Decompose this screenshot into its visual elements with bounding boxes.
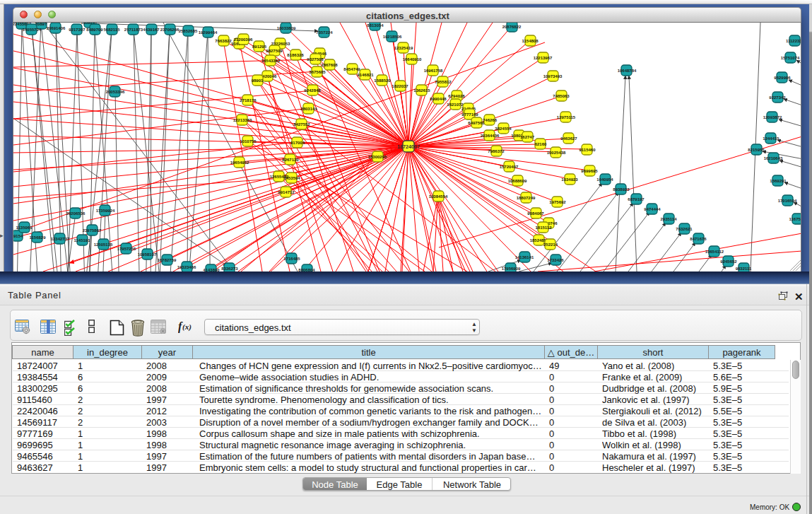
svg-text:2867608: 2867608: [321, 63, 338, 67]
svg-text:1822037: 1822037: [392, 84, 408, 88]
svg-text:23975867: 23975867: [83, 228, 102, 233]
svg-text:1034923: 1034923: [561, 177, 578, 182]
svg-text:9699695: 9699695: [581, 169, 598, 173]
svg-text:10648784: 10648784: [618, 69, 637, 73]
svg-text:1716485: 1716485: [283, 257, 300, 261]
svg-text:1588520: 1588520: [374, 78, 391, 83]
svg-text:10973493: 10973493: [543, 74, 563, 78]
svg-text:1733426: 1733426: [547, 258, 564, 262]
svg-text:17956909: 17956909: [502, 267, 521, 271]
svg-text:8938923: 8938923: [613, 187, 630, 192]
svg-text:1815112: 1815112: [535, 226, 552, 230]
svg-text:16210643: 16210643: [764, 156, 783, 160]
svg-text:19654952: 19654952: [230, 160, 249, 165]
svg-text:10323466: 10323466: [177, 265, 196, 269]
svg-text:7986372: 7986372: [488, 149, 505, 153]
svg-text:9146821: 9146821: [357, 73, 374, 77]
svg-text:9327508: 9327508: [307, 57, 324, 62]
svg-text:252214: 252214: [543, 243, 558, 247]
svg-text:10688609: 10688609: [508, 179, 527, 183]
svg-text:1135061: 1135061: [16, 226, 33, 230]
svg-text:8489709: 8489709: [86, 28, 103, 32]
svg-text:19218506: 19218506: [383, 35, 402, 39]
svg-text:10654112: 10654112: [705, 250, 724, 254]
svg-text:20876822: 20876822: [502, 25, 522, 29]
svg-text:7955812: 7955812: [435, 80, 452, 84]
svg-text:39154: 39154: [13, 234, 23, 238]
svg-text:917004: 917004: [290, 141, 305, 145]
svg-text:16961758: 16961758: [424, 69, 443, 73]
svg-text:16543362: 16543362: [261, 59, 281, 63]
svg-text:17016504: 17016504: [778, 199, 797, 203]
svg-text:14136141: 14136141: [515, 255, 534, 259]
svg-text:9227342: 9227342: [769, 95, 786, 100]
svg-text:8454749: 8454749: [343, 67, 360, 71]
svg-text:7357224: 7357224: [316, 30, 333, 35]
svg-text:1244415: 1244415: [763, 136, 779, 141]
svg-text:8427552: 8427552: [293, 122, 310, 127]
svg-text:1156829: 1156829: [29, 235, 46, 240]
svg-text:18300295: 18300295: [368, 155, 387, 159]
svg-text:19384554: 19384554: [429, 194, 448, 199]
svg-text:9217207: 9217207: [69, 28, 86, 32]
svg-text:891295: 891295: [252, 45, 267, 49]
svg-text:8990448: 8990448: [430, 97, 447, 101]
svg-text:12342737: 12342737: [51, 237, 70, 241]
svg-text:18807249: 18807249: [517, 196, 536, 200]
svg-text:16782759: 16782759: [158, 258, 177, 262]
svg-text:9777169: 9777169: [461, 112, 478, 117]
svg-text:11122334: 11122334: [786, 39, 801, 43]
svg-text:746266: 746266: [483, 118, 498, 122]
svg-text:8813054: 8813054: [367, 23, 384, 28]
svg-text:16640910: 16640910: [403, 57, 422, 62]
svg-text:12505135: 12505135: [94, 243, 113, 247]
svg-text:2935114: 2935114: [660, 217, 677, 221]
svg-text:18724007: 18724007: [397, 144, 420, 150]
svg-text:25852685: 25852685: [179, 29, 198, 33]
svg-text:10958107: 10958107: [138, 252, 157, 257]
svg-text:8267130: 8267130: [282, 158, 299, 162]
svg-text:12093872: 12093872: [763, 115, 782, 119]
svg-text:9832111: 9832111: [736, 267, 752, 271]
svg-text:7632621: 7632621: [676, 227, 693, 231]
svg-text:17957255: 17957255: [117, 247, 136, 251]
svg-text:21200396: 21200396: [234, 37, 253, 42]
svg-text:16033809: 16033809: [277, 26, 296, 30]
svg-text:2803144: 2803144: [300, 107, 317, 111]
svg-text:17359924: 17359924: [96, 209, 115, 213]
svg-text:1145191: 1145191: [73, 238, 90, 243]
svg-text:12655482: 12655482: [270, 175, 289, 179]
svg-text:1167533: 1167533: [789, 217, 801, 221]
svg-text:6794028: 6794028: [448, 94, 465, 98]
svg-text:9115460: 9115460: [579, 148, 596, 152]
svg-text:12213967: 12213967: [534, 56, 553, 60]
svg-text:5682115: 5682115: [103, 28, 120, 32]
svg-text:12975115: 12975115: [557, 115, 576, 119]
svg-text:4439167: 4439167: [143, 28, 160, 32]
svg-text:10025438: 10025438: [547, 151, 566, 155]
svg-text:20053346: 20053346: [106, 90, 125, 94]
svg-text:1010755: 1010755: [240, 139, 257, 144]
svg-text:6879197: 6879197: [628, 197, 645, 201]
svg-text:7663822: 7663822: [215, 39, 232, 43]
svg-text:8471676: 8471676: [690, 237, 707, 241]
svg-text:3675685: 3675685: [309, 70, 326, 74]
svg-text:162747: 162747: [520, 135, 535, 139]
svg-text:20691406: 20691406: [47, 26, 66, 30]
svg-text:98901: 98901: [252, 78, 264, 83]
svg-text:25711873: 25711873: [124, 28, 143, 32]
svg-text:(x): (x): [182, 322, 192, 332]
svg-text:8186328: 8186328: [287, 53, 304, 57]
svg-text:9245652: 9245652: [720, 259, 737, 264]
svg-text:9242848: 9242848: [304, 88, 321, 93]
svg-text:15751074: 15751074: [781, 56, 800, 60]
svg-text:9914712: 9914712: [278, 190, 295, 194]
svg-text:1154808: 1154808: [522, 39, 539, 43]
svg-text:1640954: 1640954: [596, 177, 613, 182]
svg-text:62160: 62160: [535, 142, 547, 146]
svg-text:20364436: 20364436: [481, 134, 500, 138]
svg-text:9529906: 9529906: [774, 76, 791, 80]
svg-text:9084067: 9084067: [527, 211, 544, 216]
svg-text:23706266: 23706266: [160, 28, 180, 32]
svg-text:19299464: 19299464: [199, 30, 218, 35]
